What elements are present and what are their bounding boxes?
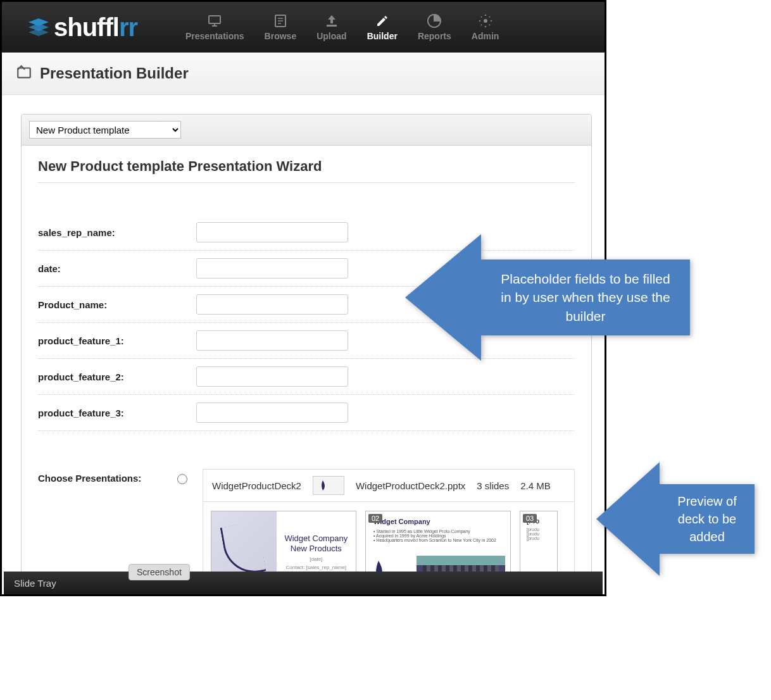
nav-label: Reports <box>418 31 451 41</box>
deck-radio-wrap <box>177 469 203 487</box>
nav-label: Admin <box>472 31 499 41</box>
slide-badge: 03 <box>523 514 537 523</box>
date-input[interactable] <box>196 258 348 278</box>
annotation-placeholder-fields: Placeholder fields to be filled in by us… <box>405 234 690 361</box>
slide1-sub2: Contact: [sales_rep_name] <box>285 565 346 570</box>
field-label: product_feature_3: <box>38 408 196 418</box>
field-label: sales_rep_name: <box>38 227 196 238</box>
screenshot-tooltip: Screenshot <box>128 564 190 580</box>
presentation-builder-icon <box>16 64 32 83</box>
nav-builder[interactable]: Builder <box>357 13 408 41</box>
choose-presentations-label: Choose Presentations: <box>38 469 177 484</box>
slide-badge: 02 <box>368 514 382 523</box>
deck-size: 2.4 MB <box>520 480 551 491</box>
slide1-sub1: [date] <box>310 556 322 562</box>
field-row-feature-2: product_feature_2: <box>38 359 575 395</box>
main-nav: Presentations Browse Upload Builder <box>175 13 509 41</box>
arrow-left-icon <box>405 234 481 361</box>
svg-rect-7 <box>327 25 337 27</box>
page-subheader: Presentation Builder <box>2 53 605 95</box>
slide2-bullets: Started in 1995 as Little Widget Proto-C… <box>373 529 503 542</box>
slide1-title: Widget Company New Products <box>279 534 353 553</box>
deck-slide-count: 3 slides <box>477 480 509 491</box>
template-select[interactable]: New Product template <box>29 121 181 139</box>
svg-point-8 <box>484 19 487 23</box>
logo-icon <box>27 17 50 37</box>
field-row-feature-3: product_feature_3: <box>38 395 575 431</box>
deck-name: WidgetProductDeck2 <box>212 480 301 491</box>
slide-tray[interactable]: Slide Tray <box>4 572 603 594</box>
sales-rep-name-input[interactable] <box>196 222 348 242</box>
deck-mini-thumb <box>313 476 344 495</box>
annotation-preview: Preview of deck to be added <box>596 462 755 576</box>
field-label: date: <box>38 263 196 274</box>
browse-icon <box>273 13 288 28</box>
annotation-text: Placeholder fields to be filled in by us… <box>481 259 690 335</box>
deck-header[interactable]: WidgetProductDeck2 WidgetProductDeck2.pp… <box>203 469 575 501</box>
logo-text-part2: rr <box>119 13 137 42</box>
nav-admin[interactable]: Admin <box>461 13 510 41</box>
deck-radio[interactable] <box>177 474 187 484</box>
product-name-input[interactable] <box>196 294 348 315</box>
upload-icon <box>324 13 339 28</box>
svg-rect-0 <box>209 16 220 23</box>
builder-icon <box>375 13 390 28</box>
nav-upload[interactable]: Upload <box>306 13 356 41</box>
product-feature-1-input[interactable] <box>196 330 348 351</box>
field-label: Product_name: <box>38 299 196 310</box>
nav-label: Builder <box>367 31 398 41</box>
logo-text-part1: shuffl <box>54 13 119 42</box>
nav-label: Upload <box>317 31 346 41</box>
panel-topbar: New Product template <box>22 115 591 146</box>
slide-tray-label: Slide Tray <box>14 578 56 589</box>
product-feature-2-input[interactable] <box>196 366 348 387</box>
top-navbar: shufflrr Presentations Browse Upload <box>2 2 605 53</box>
wizard-title: New Product template Presentation Wizard <box>38 158 575 183</box>
slide2-heading: Widget Company <box>373 518 503 525</box>
field-label: product_feature_2: <box>38 372 196 382</box>
wizard-body: New Product template Presentation Wizard… <box>22 146 591 594</box>
arrow-left-icon <box>596 462 660 576</box>
nav-label: Browse <box>265 31 297 41</box>
page-title: Presentation Builder <box>40 65 189 82</box>
field-label: product_feature_1: <box>38 335 196 346</box>
nav-presentations[interactable]: Presentations <box>175 13 254 41</box>
deck-filename: WidgetProductDeck2.pptx <box>356 480 465 491</box>
annotation-text: Preview of deck to be added <box>660 484 755 554</box>
nav-browse[interactable]: Browse <box>254 13 307 41</box>
admin-icon <box>478 13 493 28</box>
presentation-icon <box>207 13 222 28</box>
logo[interactable]: shufflrr <box>27 13 137 42</box>
nav-reports[interactable]: Reports <box>408 13 461 41</box>
reports-icon <box>427 13 442 28</box>
nav-label: Presentations <box>185 31 244 41</box>
product-feature-3-input[interactable] <box>196 403 348 423</box>
